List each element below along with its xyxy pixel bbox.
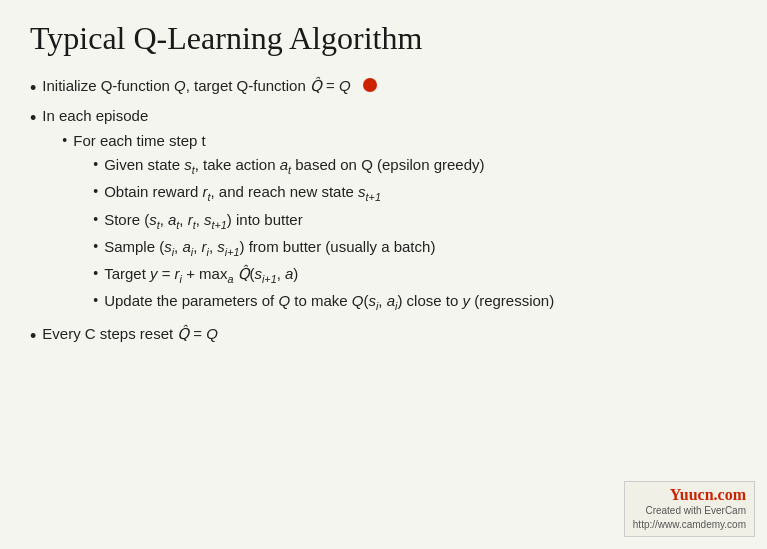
list-item: • Sample (si, ai, ri, si+1) from butter … xyxy=(93,236,737,260)
list-item: • Store (st, at, rt, st+1) into butter xyxy=(93,209,737,233)
list-item: • Every C steps reset Q̂ = Q xyxy=(30,323,737,349)
bullet-icon: • xyxy=(30,106,36,131)
bullet-icon: • xyxy=(93,290,98,311)
bullet-icon: • xyxy=(30,76,36,101)
bullet-icon: • xyxy=(93,154,98,175)
item-text: For each time step t • Given state st, t… xyxy=(73,130,737,318)
watermark: Yuucn.com Created with EverCam http://ww… xyxy=(624,481,755,537)
bullet-icon: • xyxy=(93,209,98,230)
item-text: Sample (si, ai, ri, si+1) from butter (u… xyxy=(104,236,737,260)
list-item: • Given state st, take action at based o… xyxy=(93,154,737,178)
item-text: Every C steps reset Q̂ = Q xyxy=(42,323,737,346)
slide-title: Typical Q-Learning Algorithm xyxy=(30,20,737,57)
list-item: • Update the parameters of Q to make Q(s… xyxy=(93,290,737,314)
bullet-icon: • xyxy=(93,236,98,257)
watermark-line1: Created with EverCam xyxy=(633,504,746,518)
bullet-icon: • xyxy=(93,263,98,284)
item-text: Given state st, take action at based on … xyxy=(104,154,737,178)
slide-container: Typical Q-Learning Algorithm • Initializ… xyxy=(0,0,767,549)
bullet-icon: • xyxy=(62,130,67,151)
item-text: In each episode • For each time step t • xyxy=(42,105,737,319)
item-text: Update the parameters of Q to make Q(si,… xyxy=(104,290,737,314)
red-dot-indicator xyxy=(363,78,377,92)
bullet-icon: • xyxy=(93,181,98,202)
list-item: • Obtain reward rt, and reach new state … xyxy=(93,181,737,205)
item-text: Store (st, at, rt, st+1) into butter xyxy=(104,209,737,233)
sub-sub-list: • Given state st, take action at based o… xyxy=(73,154,737,314)
watermark-line2: http://www.camdemy.com xyxy=(633,518,746,532)
slide-content: • Initialize Q-function Q, target Q-func… xyxy=(30,75,737,350)
item-text: Initialize Q-function Q, target Q-functi… xyxy=(42,75,737,98)
item-text: Target y = ri + maxa Q̂(si+1, a) xyxy=(104,263,737,287)
main-list: • Initialize Q-function Q, target Q-func… xyxy=(30,75,737,350)
bullet-icon: • xyxy=(30,324,36,349)
sub-list: • For each time step t • Given state st,… xyxy=(42,130,737,318)
list-item: • For each time step t • Given state st,… xyxy=(62,130,737,318)
list-item: • Target y = ri + maxa Q̂(si+1, a) xyxy=(93,263,737,287)
list-item: • Initialize Q-function Q, target Q-func… xyxy=(30,75,737,101)
list-item: • In each episode • For each time step t… xyxy=(30,105,737,319)
item-text: Obtain reward rt, and reach new state st… xyxy=(104,181,737,205)
watermark-brand: Yuucn.com xyxy=(633,486,746,504)
